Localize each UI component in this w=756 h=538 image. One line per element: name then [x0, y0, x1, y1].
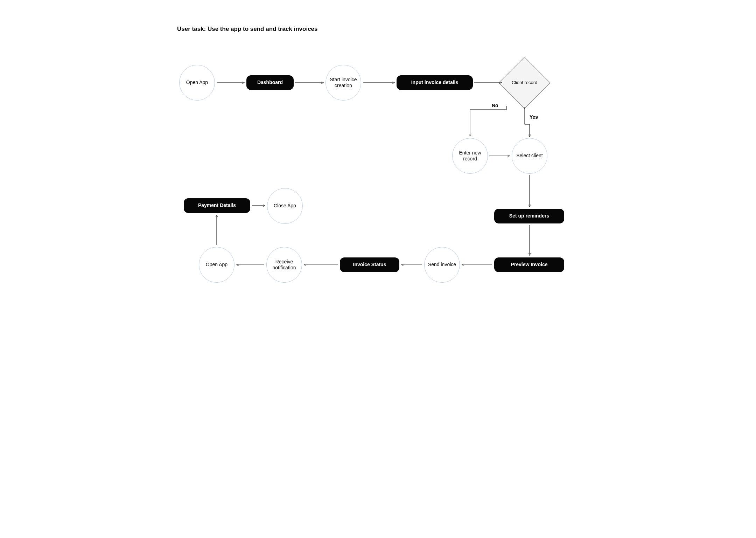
node-receive-notification: Receive notification	[266, 247, 302, 283]
node-enter-new-record: Enter new record	[452, 138, 488, 174]
node-input-details: Input invoice details	[397, 75, 473, 90]
node-select-client: Select client	[512, 138, 547, 174]
node-dashboard: Dashboard	[246, 75, 294, 90]
node-client-record-label: Client record	[512, 80, 538, 85]
flowchart-canvas: User task: Use the app to send and track…	[154, 0, 602, 319]
label-no: No	[492, 103, 498, 108]
label-yes: Yes	[530, 114, 538, 120]
diagram-title: User task: Use the app to send and track…	[177, 26, 318, 33]
node-invoice-status: Invoice Status	[340, 257, 399, 272]
node-client-record: Client record	[506, 64, 543, 101]
node-payment-details: Payment Details	[184, 198, 250, 213]
node-close-app: Close App	[267, 188, 303, 224]
node-send-invoice: Send invoice	[424, 247, 460, 283]
node-setup-reminders: Set up reminders	[494, 209, 564, 223]
node-preview-invoice: Preview Invoice	[494, 257, 564, 272]
node-start-invoice: Start invoice creation	[326, 65, 361, 101]
node-open-app-1: Open App	[179, 65, 215, 101]
node-open-app-2: Open App	[199, 247, 234, 283]
